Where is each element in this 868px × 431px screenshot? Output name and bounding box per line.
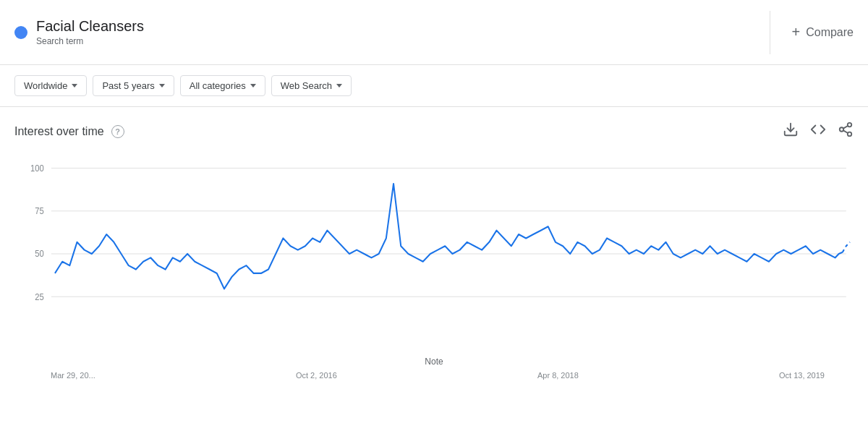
svg-text:100: 100 bbox=[30, 164, 44, 173]
help-icon[interactable]: ? bbox=[111, 125, 124, 138]
filter-location-label: Worldwide bbox=[24, 80, 67, 91]
compare-section[interactable]: + Compare bbox=[770, 11, 854, 54]
x-label-3: Apr 8, 2018 bbox=[537, 371, 579, 380]
share-icon[interactable] bbox=[838, 121, 854, 141]
x-label-1: Mar 29, 20... bbox=[51, 371, 95, 380]
search-term-title: Facial Cleansers bbox=[36, 18, 144, 35]
note-label: Note bbox=[14, 357, 854, 367]
filter-search-type[interactable]: Web Search bbox=[271, 75, 352, 96]
svg-text:50: 50 bbox=[35, 249, 43, 258]
svg-line-5 bbox=[843, 126, 848, 129]
compare-plus-icon: + bbox=[792, 24, 801, 40]
filter-location[interactable]: Worldwide bbox=[14, 75, 87, 96]
svg-text:25: 25 bbox=[35, 292, 43, 301]
chevron-down-icon bbox=[250, 84, 256, 88]
x-axis-labels: Mar 29, 20... Oct 2, 2016 Apr 8, 2018 Oc… bbox=[14, 367, 854, 380]
chart-section: Interest over time ? bbox=[0, 107, 868, 387]
svg-line-4 bbox=[843, 130, 848, 133]
x-label-2: Oct 2, 2016 bbox=[296, 371, 337, 380]
page-header: Facial Cleansers Search term + Compare bbox=[0, 0, 868, 65]
filter-time[interactable]: Past 5 years bbox=[93, 75, 174, 96]
chevron-down-icon bbox=[336, 84, 342, 88]
compare-label: Compare bbox=[806, 26, 854, 39]
filter-search-type-label: Web Search bbox=[281, 80, 332, 91]
filter-time-label: Past 5 years bbox=[102, 80, 154, 91]
term-indicator-dot bbox=[14, 26, 27, 39]
filters-bar: Worldwide Past 5 years All categories We… bbox=[0, 65, 868, 107]
search-term-text: Facial Cleansers Search term bbox=[36, 18, 144, 46]
embed-code-icon[interactable] bbox=[810, 121, 826, 141]
filter-category[interactable]: All categories bbox=[180, 75, 265, 96]
chevron-down-icon bbox=[159, 84, 165, 88]
search-term-sublabel: Search term bbox=[36, 36, 83, 46]
chart-actions bbox=[783, 121, 854, 141]
svg-text:75: 75 bbox=[35, 207, 43, 216]
search-term-block: Facial Cleansers Search term bbox=[14, 18, 770, 46]
x-label-4: Oct 13, 2019 bbox=[779, 371, 825, 380]
chart-header: Interest over time ? bbox=[14, 121, 854, 141]
interest-chart: 100 75 50 25 bbox=[14, 153, 854, 355]
chevron-down-icon bbox=[72, 84, 77, 88]
chart-container: 100 75 50 25 bbox=[14, 153, 854, 355]
download-icon[interactable] bbox=[783, 121, 799, 141]
chart-title-group: Interest over time ? bbox=[14, 125, 124, 138]
filter-category-label: All categories bbox=[190, 80, 246, 91]
chart-title: Interest over time bbox=[14, 125, 104, 138]
